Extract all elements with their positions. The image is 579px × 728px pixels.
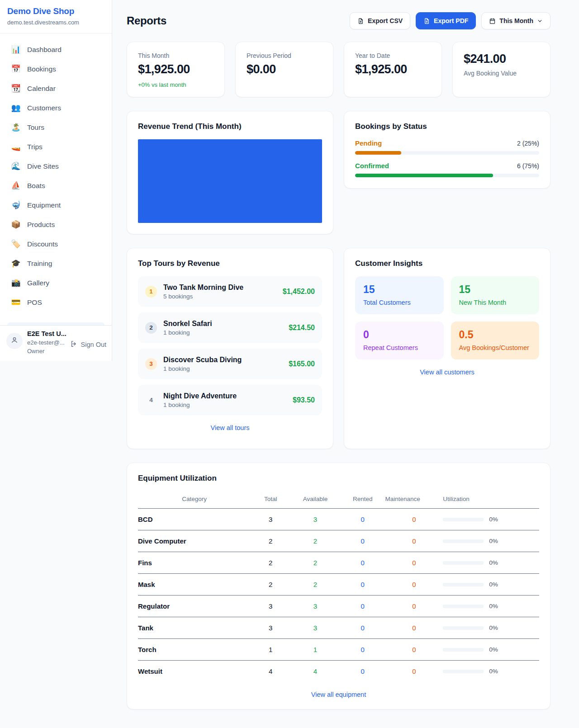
period-selector[interactable]: This Month bbox=[481, 12, 551, 29]
stat-card-this-month: This Month $1,925.00 +0% vs last month bbox=[127, 42, 225, 97]
stat-label: Previous Period bbox=[247, 52, 322, 59]
equipment-available: 3 bbox=[290, 596, 340, 617]
sidebar-item-equipment[interactable]: 🤿 Equipment bbox=[7, 195, 104, 215]
equipment-category: Regulator bbox=[138, 596, 251, 617]
customer-insights-card: Customer Insights 15 Total Customers 15 … bbox=[344, 248, 551, 449]
equipment-total: 4 bbox=[251, 661, 290, 682]
sidebar-item-pos[interactable]: 💳 POS bbox=[7, 293, 104, 312]
sidebar-item-label: Equipment bbox=[27, 201, 61, 209]
sidebar-item-label: Gallery bbox=[27, 279, 49, 287]
brand-header: Demo Dive Shop demo.test.divestreams.com bbox=[0, 0, 112, 33]
equipment-table-header: CategoryTotalAvailableRentedMaintenanceU… bbox=[138, 491, 539, 509]
sidebar-item-tours[interactable]: 🏝️ Tours bbox=[7, 118, 104, 137]
equipment-total: 1 bbox=[251, 639, 290, 661]
tour-list: 1 Two Tank Morning Dive 5 bookings $1,45… bbox=[138, 276, 322, 415]
sidebar-item-label: Bookings bbox=[27, 65, 56, 73]
sidebar-item-customers[interactable]: 👥 Customers bbox=[7, 98, 104, 118]
tour-name: Snorkel Safari bbox=[163, 320, 212, 328]
sidebar-item-label: Discounts bbox=[27, 240, 58, 248]
stat-card-avg-booking-value: $241.00 Avg Booking Value bbox=[452, 42, 551, 97]
view-all-tours-link[interactable]: View all tours bbox=[138, 424, 322, 431]
tear-off-calendar-icon: 📆 bbox=[11, 85, 21, 92]
export-pdf-button[interactable]: Export PDF bbox=[416, 12, 476, 29]
utilization-percent: 0% bbox=[489, 516, 498, 523]
sidebar-item-training[interactable]: 🎓 Training bbox=[7, 254, 104, 273]
tour-item: 1 Two Tank Morning Dive 5 bookings $1,45… bbox=[138, 276, 322, 307]
camera-flash-icon: 📸 bbox=[11, 279, 21, 287]
tour-rank-badge: 1 bbox=[145, 286, 157, 298]
equipment-rented: 0 bbox=[340, 509, 385, 530]
sidebar-item-label: Training bbox=[27, 260, 52, 268]
utilization-track bbox=[443, 670, 484, 673]
avatar bbox=[6, 333, 23, 349]
customer-insights-title: Customer Insights bbox=[355, 259, 539, 268]
utilization-cell: 0% bbox=[443, 516, 539, 523]
insight-tile: 0 Repeat Customers bbox=[355, 321, 444, 359]
stat-value: $1,925.00 bbox=[355, 62, 431, 76]
stat-label: This Month bbox=[138, 52, 214, 59]
sidebar-item-calendar[interactable]: 📆 Calendar bbox=[7, 79, 104, 98]
sidebar-item-discounts[interactable]: 🏷️ Discounts bbox=[7, 234, 104, 254]
tag-icon: 🏷️ bbox=[11, 240, 21, 248]
sidebar-item-trips[interactable]: 🚤 Trips bbox=[7, 137, 104, 156]
equipment-category: Tank bbox=[138, 617, 251, 639]
page-title: Reports bbox=[127, 14, 166, 27]
equipment-utilization-title: Equipment Utilization bbox=[138, 474, 539, 483]
sidebar: Demo Dive Shop demo.test.divestreams.com… bbox=[0, 0, 112, 361]
sidebar-item-dashboard[interactable]: 📊 Dashboard bbox=[7, 40, 104, 59]
tour-revenue: $165.00 bbox=[289, 360, 315, 368]
sign-out-button[interactable]: Sign Out bbox=[70, 340, 106, 349]
sidebar-item-dive-sites[interactable]: 🌊 Dive Sites bbox=[7, 156, 104, 176]
sidebar-item-label: Products bbox=[27, 221, 55, 229]
credit-card-icon: 💳 bbox=[11, 298, 21, 306]
brand-name[interactable]: Demo Dive Shop bbox=[7, 6, 104, 16]
sidebar-item-products[interactable]: 📦 Products bbox=[7, 215, 104, 234]
tour-rank-badge: 3 bbox=[145, 358, 157, 370]
equipment-rented: 0 bbox=[340, 639, 385, 661]
equipment-row: Regulator 3 3 0 0 0% bbox=[138, 596, 539, 617]
revenue-trend-title: Revenue Trend (This Month) bbox=[138, 122, 322, 131]
tour-rank-badge: 2 bbox=[145, 322, 157, 334]
utilization-track bbox=[443, 648, 484, 652]
tour-bookings: 1 booking bbox=[163, 402, 237, 408]
insight-tile: 0.5 Avg Bookings/Customer bbox=[451, 321, 540, 359]
equipment-category: Mask bbox=[138, 574, 251, 596]
sidebar-item-gallery[interactable]: 📸 Gallery bbox=[7, 273, 104, 293]
view-all-equipment-link[interactable]: View all equipment bbox=[138, 691, 539, 698]
export-csv-button[interactable]: Export CSV bbox=[350, 12, 410, 29]
page-header: Reports Export CSV Export PDF bbox=[127, 11, 551, 31]
utilization-track bbox=[443, 583, 484, 586]
user-name: E2E Test U... bbox=[27, 330, 66, 337]
equipment-maintenance: 0 bbox=[385, 552, 443, 574]
status-row: Confirmed 6 (75%) bbox=[355, 162, 539, 177]
view-all-customers-link[interactable]: View all customers bbox=[355, 369, 539, 376]
equipment-rented: 0 bbox=[340, 530, 385, 552]
sidebar-item-label: Customers bbox=[27, 104, 61, 112]
equipment-rented: 0 bbox=[340, 552, 385, 574]
utilization-track bbox=[443, 539, 484, 543]
equipment-available: 2 bbox=[290, 530, 340, 552]
utilization-cell: 0% bbox=[443, 624, 539, 631]
equipment-available: 1 bbox=[290, 639, 340, 661]
status-label: Confirmed bbox=[355, 162, 389, 170]
sidebar-item-bookings[interactable]: 📅 Bookings bbox=[7, 59, 104, 79]
equipment-maintenance: 0 bbox=[385, 509, 443, 530]
sidebar-item-boats[interactable]: ⛵ Boats bbox=[7, 176, 104, 195]
user-footer: E2E Test U... e2e-tester@... Owner Sign … bbox=[0, 325, 112, 361]
insight-label: Avg Bookings/Customer bbox=[459, 344, 532, 351]
stat-value: $0.00 bbox=[247, 62, 322, 76]
equipment-total: 3 bbox=[251, 596, 290, 617]
equipment-available: 2 bbox=[290, 574, 340, 596]
equipment-available: 3 bbox=[290, 509, 340, 530]
equipment-row: Torch 1 1 0 0 0% bbox=[138, 639, 539, 661]
insight-value: 15 bbox=[459, 284, 532, 296]
row-insights: Top Tours by Revenue 1 Two Tank Morning … bbox=[127, 248, 551, 449]
equipment-row: BCD 3 3 0 0 0% bbox=[138, 509, 539, 530]
tour-name: Discover Scuba Diving bbox=[163, 356, 242, 364]
equipment-category: BCD bbox=[138, 509, 251, 530]
main-content: Reports Export CSV Export PDF bbox=[127, 0, 551, 709]
tour-name: Two Tank Morning Dive bbox=[163, 284, 243, 292]
revenue-trend-card: Revenue Trend (This Month) bbox=[127, 111, 333, 234]
sign-out-label: Sign Out bbox=[81, 341, 106, 348]
insight-label: Total Customers bbox=[363, 299, 436, 306]
